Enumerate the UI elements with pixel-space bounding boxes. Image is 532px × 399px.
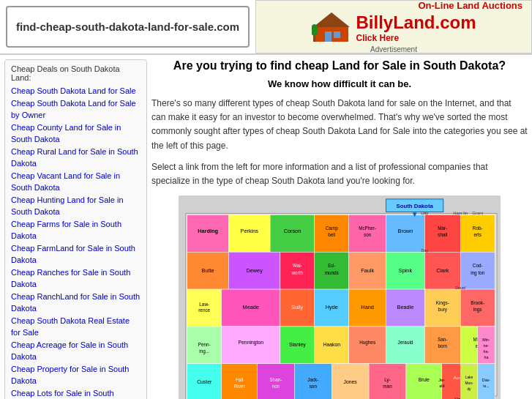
svg-marker-1 [313,12,350,27]
site-title: find-cheap-south-dakota-land-for-sale.co… [6,6,250,48]
svg-text:ing...: ing... [199,348,209,354]
svg-text:Ed-: Ed- [328,263,335,268]
svg-rect-2 [325,31,331,42]
svg-text:Mar-: Mar- [438,225,447,231]
sidebar-link[interactable]: Cheap County Land for Sale in South Dako… [11,122,141,146]
sidebar: Cheap Deals on South Dakota Land: Cheap … [4,59,147,399]
svg-text:Grant: Grant [472,212,483,216]
ad-tagline: On-Line Land Auctions [259,0,528,11]
ad-label: Advertisement [370,45,417,53]
svg-text:Pennington: Pennington [238,340,263,346]
sidebar-link[interactable]: Cheap FarmLand for Sale in South Dakota [11,242,141,266]
svg-text:Spink: Spink [399,267,413,274]
sidebar-link[interactable]: Cheap South Dakota Land for Sale [11,85,141,97]
svg-text:Hand: Hand [361,305,374,311]
sidebar-link[interactable]: Cheap Rural Land for Sale in South Dakot… [11,146,141,170]
svg-text:bury: bury [438,307,448,313]
svg-rect-0 [315,26,348,42]
sd-map-svg: Harding Perkins Corson Camp bell McPhers… [179,195,501,399]
svg-text:Dav-: Dav- [482,378,491,382]
svg-text:Sully: Sully [291,305,303,311]
svg-text:River: River [234,384,245,389]
svg-text:Stanley: Stanley [289,342,306,348]
svg-text:Rob-: Rob- [473,225,483,231]
svg-text:Dewey: Dewey [246,267,263,274]
svg-text:Shan-: Shan- [270,377,282,382]
sidebar-link[interactable]: Cheap Property for Sale in South Dakota [11,363,141,387]
svg-rect-3 [334,31,340,38]
sidebar-link[interactable]: Cheap South Dakota Real Estate for Sale [11,315,141,339]
content-para2: Select a link from the left for more inf… [151,160,528,188]
ad-brand: BillyLand.com [356,12,476,33]
sidebar-section-cheap-deals: Cheap Deals on South Dakota Land: Cheap … [4,59,147,399]
svg-text:Clark: Clark [436,267,449,274]
sidebar-link[interactable]: Cheap Vacant Land for Sale in South Dako… [11,170,141,194]
sidebar-link[interactable]: Cheap Farms for Sale in South Dakota [11,218,141,242]
main-layout: Cheap Deals on South Dakota Land: Cheap … [0,55,532,399]
svg-text:ha-: ha- [484,349,490,354]
site-title-text: find-cheap-south-dakota-land-for-sale.co… [16,20,239,33]
svg-text:born: born [438,343,447,348]
sidebar-link[interactable]: Cheap South Dakota Land for Sale by Owne… [11,97,141,122]
page-header: find-cheap-south-dakota-land-for-sale.co… [0,0,532,55]
svg-text:rence: rence [198,307,210,313]
svg-text:Faulk: Faulk [361,267,374,274]
svg-text:Corson: Corson [284,228,301,234]
svg-text:shall: shall [438,232,447,237]
main-content: Are you trying to find cheap Land for Sa… [151,59,528,399]
svg-text:dy: dy [467,387,471,391]
svg-text:worth: worth [291,270,304,275]
svg-text:Jerauld: Jerauld [398,340,413,345]
svg-text:erts: erts [473,232,482,237]
svg-text:Custer: Custer [197,379,212,384]
svg-text:ings: ings [473,307,482,313]
svg-text:ne-: ne- [484,343,490,348]
svg-text:son: son [310,384,318,389]
sidebar-link[interactable]: Cheap Lots for Sale in South Dakota [11,387,141,400]
content-para1: There's so many different types of cheap… [151,97,528,153]
svg-text:Fall: Fall [236,377,243,382]
svg-text:ing ton: ing ton [471,270,485,276]
svg-text:South Dakota: South Dakota [396,203,433,209]
svg-text:is...: is... [483,384,489,388]
svg-text:Ly-: Ly- [384,377,391,383]
sidebar-link[interactable]: Cheap Ranches for Sale in South Dakota [11,266,141,291]
svg-text:McPher-: McPher- [359,225,376,231]
svg-text:Day: Day [422,248,429,253]
svg-text:Brule: Brule [419,377,430,382]
south-dakota-map: Harding Perkins Corson Camp bell McPhers… [179,195,501,399]
svg-text:Ham lin: Ham lin [453,212,468,216]
sidebar-section1-links: Cheap South Dakota Land for SaleCheap So… [11,85,141,399]
svg-text:Deuel: Deuel [455,286,465,290]
sidebar-link[interactable]: Cheap Acreage for Sale in South Dakota [11,339,141,363]
ad-banner[interactable]: On-Line Land Auctions BillyLand.com Clic… [255,0,532,53]
svg-text:Hughes: Hughes [359,340,375,346]
svg-text:Perkins: Perkins [241,228,259,234]
svg-text:Jones: Jones [344,379,358,384]
svg-text:non: non [272,384,280,389]
svg-text:Law-: Law- [199,302,209,307]
svg-text:Kings-: Kings- [436,300,449,306]
sidebar-link[interactable]: Cheap Hunting Land for Sale in South Dak… [11,194,141,218]
svg-text:Haakon: Haakon [323,342,340,347]
svg-text:ha: ha [484,355,488,359]
svg-text:Beadle: Beadle [397,305,414,311]
svg-text:Meade: Meade [243,305,259,311]
svg-text:Brook-: Brook- [471,300,484,305]
svg-text:Hyde: Hyde [326,305,338,311]
svg-text:Penn-: Penn- [198,342,211,347]
content-title: Are you trying to find cheap Land for Sa… [151,59,528,72]
svg-text:bell: bell [328,232,335,237]
ad-click-here[interactable]: Click Here [356,33,476,43]
svg-text:Moo-: Moo- [465,381,473,385]
svg-text:San-: San- [438,338,447,343]
svg-text:munds: munds [325,270,339,275]
svg-text:Harding: Harding [198,228,218,234]
svg-text:Wal-: Wal- [293,263,302,268]
svg-text:Brown: Brown [398,228,413,234]
content-subtitle: We know how difficult it can be. [151,78,528,89]
svg-text:man: man [383,384,392,389]
sidebar-section1-title: Cheap Deals on South Dakota Land: [11,64,141,82]
svg-text:Cod-: Cod- [473,263,483,268]
sidebar-link[interactable]: Cheap RanchLand for Sale in South Dakota [11,291,141,315]
